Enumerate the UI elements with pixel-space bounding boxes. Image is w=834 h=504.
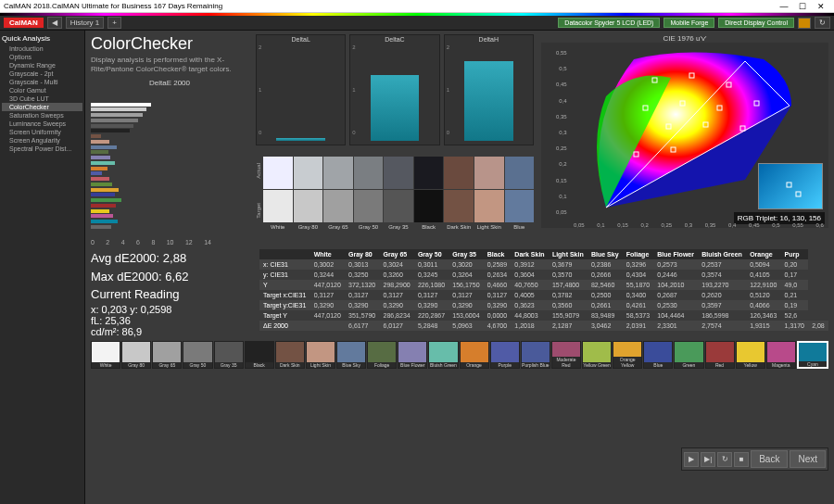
sidebar-item-3[interactable]: Grayscale - 2pt <box>2 69 82 78</box>
bottom-swatch-5[interactable]: Black <box>245 341 274 369</box>
table-row: Y447,0120372,1320298,2900226,1080156,175… <box>259 280 828 290</box>
sidebar-item-7[interactable]: ColorChecker <box>2 103 82 111</box>
swatch-7[interactable]: Light Skin <box>474 157 504 231</box>
refresh-icon[interactable]: ↻ <box>815 17 830 29</box>
de-bar <box>91 171 102 175</box>
bottom-swatch-1[interactable]: Gray 80 <box>121 341 151 369</box>
bottom-swatch-0[interactable]: White <box>91 341 120 369</box>
de-bar <box>91 214 113 218</box>
bottom-swatch-11[interactable]: Bluish Green <box>428 341 458 369</box>
add-tab-button[interactable]: + <box>107 17 121 29</box>
sidebar-header: Quick Analysis <box>2 32 82 44</box>
forge-button[interactable]: Mobile Forge <box>663 18 714 28</box>
minimize-button[interactable]: — <box>775 2 793 11</box>
bottom-swatch-7[interactable]: Light Skin <box>306 341 335 369</box>
de-bar <box>91 167 107 170</box>
de-bar <box>91 107 146 111</box>
bottom-swatch-3[interactable]: Gray 50 <box>183 341 212 369</box>
sidebar-item-4[interactable]: Grayscale - Multi <box>2 78 82 86</box>
sidebar-item-5[interactable]: Color Gamut <box>2 86 82 94</box>
bottom-swatch-15[interactable]: Moderate Red <box>551 341 581 369</box>
close-button[interactable]: ✕ <box>812 2 830 11</box>
mini-chart-deltac: DeltaC210 <box>349 34 439 145</box>
swatch-3[interactable]: Gray 50 <box>354 157 384 231</box>
de-bar <box>91 113 143 117</box>
page-title: ColorChecker <box>91 34 248 54</box>
display-control-button[interactable]: Direct Display Control <box>718 18 794 28</box>
repeat-icon[interactable]: ↻ <box>717 452 732 467</box>
stop-icon[interactable]: ■ <box>734 452 749 467</box>
page-subtitle: Display analysis is performed with the X… <box>91 56 248 75</box>
sidebar-item-0[interactable]: Introduction <box>2 44 82 53</box>
sidebar-item-9[interactable]: Luminance Sweeps <box>2 120 82 128</box>
next-button[interactable]: Next <box>790 450 826 468</box>
sidebar-item-6[interactable]: 3D Cube LUT <box>2 94 82 103</box>
sidebar-item-10[interactable]: Screen Uniformity <box>2 128 82 136</box>
de-bar <box>91 134 101 138</box>
bottom-swatch-19[interactable]: Green <box>674 341 703 369</box>
deltae-chart <box>91 91 248 239</box>
skip-icon[interactable]: ▶| <box>701 452 715 467</box>
bottom-swatch-23[interactable]: Cyan <box>797 341 828 369</box>
bottom-swatch-20[interactable]: Red <box>705 341 735 369</box>
de-bar <box>91 156 110 159</box>
bottom-swatch-21[interactable]: Yellow <box>736 341 765 369</box>
bottom-swatch-10[interactable]: Blue Flower <box>398 341 427 369</box>
table-row: Target Y447,0120351,5790286,8234220,2867… <box>259 310 828 321</box>
bottom-swatch-8[interactable]: Blue Sky <box>336 341 366 369</box>
bottom-swatch-22[interactable]: Magenta <box>766 341 796 369</box>
bottom-swatch-13[interactable]: Purple <box>490 341 520 369</box>
swatch-4[interactable]: Gray 35 <box>384 157 413 231</box>
thumbnail <box>758 163 823 209</box>
nav-toolbar: ▶ ▶| ↻ ■ Back Next <box>681 447 828 471</box>
sidebar-item-1[interactable]: Options <box>2 53 82 61</box>
sidebar-item-11[interactable]: Screen Angularity <box>2 136 82 145</box>
target-label: Target <box>256 203 261 219</box>
mini-chart-deltah: DeltaH210 <box>444 34 534 145</box>
bottom-swatch-4[interactable]: Gray 35 <box>214 341 244 369</box>
window-title: CalMAN 2018.CalMAN Ultimate for Business… <box>4 2 222 10</box>
maximize-button[interactable]: ☐ <box>793 2 812 11</box>
bottom-swatch-16[interactable]: Yellow Green <box>582 341 612 369</box>
table-row: y: CIE310,32440,32500,32600,32450,32640,… <box>259 270 828 280</box>
de-bar <box>91 140 109 144</box>
warn-icon[interactable] <box>798 18 811 29</box>
de-bar <box>91 188 119 192</box>
data-table: WhiteGray 80Gray 65Gray 50Gray 35BlackDa… <box>259 249 828 337</box>
swatch-0[interactable]: White <box>263 157 293 231</box>
table-row: ΔE 20006,61776,01275,28485,09634,67001,2… <box>259 321 828 331</box>
swatch-5[interactable]: Black <box>414 157 444 231</box>
de-bar <box>91 183 112 186</box>
back-arrow-icon[interactable]: ◀ <box>47 17 62 29</box>
de-bar <box>91 198 121 202</box>
cie-title: CIE 1976 u'v' <box>541 34 828 43</box>
back-button[interactable]: Back <box>751 450 788 468</box>
xy-reading: x: 0,203 y: 0,2598 <box>91 304 250 315</box>
bottom-swatch-17[interactable]: Orange Yellow <box>613 341 642 369</box>
de-bar <box>91 129 130 132</box>
sidebar-item-2[interactable]: Dynamic Range <box>2 61 82 69</box>
bottom-swatch-18[interactable]: Blue <box>643 341 673 369</box>
bottom-swatch-12[interactable]: Orange <box>460 341 489 369</box>
avg-de: Avg dE2000: 2,88 <box>91 249 250 268</box>
history-tab[interactable]: History 1 <box>66 17 105 29</box>
swatch-1[interactable]: Gray 80 <box>294 157 323 231</box>
table-row: x: CIE310,30020,30130,30240,30110,30200,… <box>259 259 828 270</box>
bottom-swatch-6[interactable]: Dark Skin <box>275 341 305 369</box>
bottom-swatch-14[interactable]: Purplish Blue <box>521 341 550 369</box>
detector-button[interactable]: Datacolor Spyder 5 LCD (LED) <box>558 18 660 28</box>
deltae-title: DeltaE 2000 <box>91 79 248 87</box>
bottom-swatch-9[interactable]: Foliage <box>367 341 397 369</box>
swatch-8[interactable]: Blue <box>505 157 535 231</box>
swatch-6[interactable]: Dark Skin <box>444 157 474 231</box>
de-bar <box>91 145 117 149</box>
app-logo: CalMAN <box>4 18 44 28</box>
play-icon[interactable]: ▶ <box>684 452 699 467</box>
app-topbar: CalMAN ◀ History 1 + Datacolor Spyder 5 … <box>0 16 834 31</box>
cd-reading: cd/m²: 86,9 <box>91 326 250 337</box>
window-titlebar: CalMAN 2018.CalMAN Ultimate for Business… <box>0 0 834 13</box>
swatch-2[interactable]: Gray 65 <box>323 157 353 231</box>
sidebar-item-12[interactable]: Spectral Power Dist... <box>2 145 82 153</box>
bottom-swatch-2[interactable]: Gray 65 <box>152 341 182 369</box>
sidebar-item-8[interactable]: Saturation Sweeps <box>2 111 82 120</box>
